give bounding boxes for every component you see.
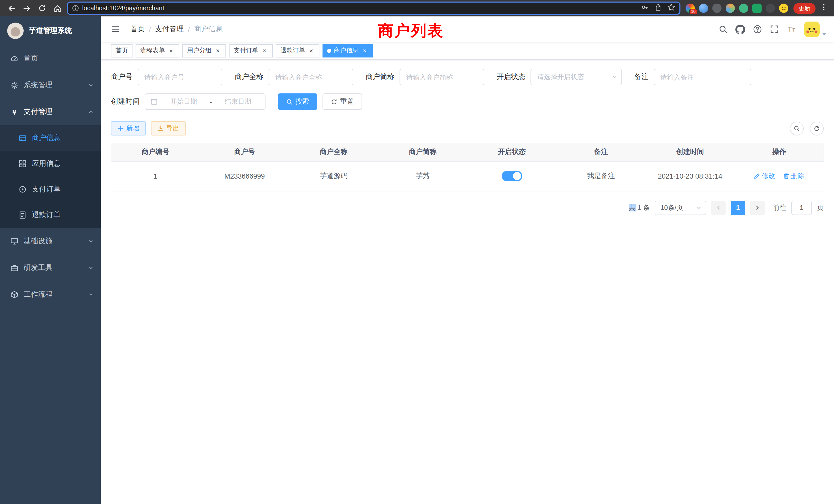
pagination-total: 共 1 条 — [629, 203, 650, 212]
reload-button[interactable] — [36, 2, 48, 14]
extension-icon-1[interactable]: 10 — [686, 4, 695, 13]
search-button[interactable]: 搜索 — [278, 93, 317, 110]
status-select[interactable]: 请选择开启状态 — [530, 69, 622, 85]
sidebar-item-workflow[interactable]: 工作流程 — [0, 281, 101, 308]
hamburger-icon[interactable] — [108, 25, 123, 34]
app-logo[interactable]: 芋道管理系统 — [0, 17, 101, 45]
close-icon[interactable]: × — [308, 47, 315, 54]
full-name-input[interactable] — [269, 69, 353, 85]
breadcrumb-separator: / — [188, 25, 190, 33]
cell-actions: 修改 删除 — [734, 161, 824, 191]
reset-button[interactable]: 重置 — [323, 93, 362, 110]
sidebar-item-label: 工作流程 — [24, 290, 88, 299]
status-label: 开启状态 — [497, 72, 525, 82]
status-toggle[interactable] — [502, 171, 522, 181]
url-text[interactable]: localhost:1024/pay/merchant — [82, 5, 638, 12]
extension-icon-6[interactable] — [752, 4, 762, 13]
merchant-table: 商户编号 商户号 商户全称 商户简称 开启状态 备注 创建时间 操作 1 — [111, 143, 824, 191]
navbar-actions: TT — [719, 22, 827, 37]
sidebar-item-infrastructure[interactable]: 基础设施 — [0, 228, 101, 255]
goto-page-input[interactable] — [791, 201, 812, 215]
page-size-select[interactable]: 10条/页 — [655, 201, 706, 215]
user-menu[interactable] — [804, 22, 827, 37]
create-time-range-input[interactable]: 开始日期 - 结束日期 — [145, 93, 265, 110]
extensions-area: 10 — [683, 4, 790, 13]
credit-card-icon — [19, 134, 27, 142]
page-size-value: 10条/页 — [660, 203, 683, 212]
extension-icon-2[interactable] — [699, 4, 708, 13]
extension-icon-3[interactable] — [712, 4, 722, 13]
extension-icon-5[interactable] — [739, 4, 748, 13]
close-icon[interactable]: × — [214, 47, 221, 54]
extension-icon-8[interactable] — [779, 4, 788, 13]
export-button[interactable]: 导出 — [151, 121, 186, 136]
chevron-down-icon — [612, 74, 617, 79]
tab-merchant-info[interactable]: 商户信息× — [323, 44, 373, 57]
short-name-input[interactable] — [399, 69, 484, 85]
breadcrumb-item-home[interactable]: 首页 — [130, 25, 145, 34]
search-form-row-2: 创建时间 开始日期 - 结束日期 搜索 — [111, 93, 824, 110]
logo-avatar — [7, 23, 24, 39]
add-button-label: 新增 — [126, 124, 139, 133]
breadcrumb-item-payment[interactable]: 支付管理 — [155, 25, 184, 34]
user-avatar — [804, 22, 820, 37]
sidebar-item-payment[interactable]: ¥ 支付管理 — [0, 98, 101, 125]
close-icon[interactable]: × — [168, 47, 175, 54]
extension-icon-4[interactable] — [726, 4, 735, 13]
tags-view: 首页 流程表单× 用户分组× 支付订单× 退款订单× 商户信息× — [101, 42, 834, 60]
app-title: 芋道管理系统 — [29, 26, 72, 36]
delete-link[interactable]: 删除 — [783, 171, 804, 181]
tab-user-group[interactable]: 用户分组× — [182, 44, 226, 57]
sidebar-menu: 首页 系统管理 ¥ 支付管理 — [0, 45, 101, 308]
sidebar-item-label: 研发工具 — [24, 263, 88, 273]
cell-create-time: 2021-10-23 08:31:14 — [645, 161, 734, 191]
remark-input[interactable] — [654, 69, 751, 85]
tab-label: 商户信息 — [334, 46, 358, 55]
sidebar-item-label: 系统管理 — [24, 81, 88, 90]
merchant-no-input[interactable] — [138, 69, 222, 85]
info-icon[interactable] — [72, 5, 79, 12]
grid-icon — [19, 160, 27, 168]
bookmark-star-icon[interactable] — [667, 3, 675, 13]
close-icon[interactable]: × — [361, 47, 368, 54]
help-icon[interactable] — [753, 25, 762, 34]
update-button[interactable]: 更新 — [793, 3, 815, 14]
fullscreen-icon[interactable] — [770, 25, 779, 34]
close-icon[interactable]: × — [261, 47, 268, 54]
add-button[interactable]: 新增 — [111, 121, 146, 136]
sidebar-item-pay-order[interactable]: 支付订单 — [0, 177, 101, 202]
home-button[interactable] — [51, 2, 64, 14]
edit-link[interactable]: 修改 — [754, 171, 775, 181]
font-size-icon[interactable]: TT — [787, 25, 796, 34]
sidebar-item-label: 支付订单 — [32, 185, 61, 194]
sidebar-item-app-info[interactable]: 应用信息 — [0, 151, 101, 177]
sidebar-item-system[interactable]: 系统管理 — [0, 72, 101, 98]
toggle-search-icon[interactable] — [790, 121, 804, 135]
prev-page-button[interactable] — [711, 201, 726, 215]
share-icon[interactable] — [654, 3, 662, 13]
tab-home[interactable]: 首页 — [111, 44, 132, 57]
tab-refund-order[interactable]: 退款订单× — [276, 44, 320, 57]
tab-process-form[interactable]: 流程表单× — [136, 44, 179, 57]
next-page-button[interactable] — [750, 201, 765, 215]
extension-badge: 10 — [689, 9, 697, 15]
page-number-1[interactable]: 1 — [731, 201, 745, 215]
password-key-icon[interactable] — [641, 3, 649, 13]
github-icon[interactable] — [736, 24, 745, 34]
tab-pay-order[interactable]: 支付订单× — [229, 44, 273, 57]
address-bar[interactable]: localhost:1024/pay/merchant — [67, 2, 680, 15]
cell-status — [467, 161, 556, 191]
sidebar-item-merchant-info[interactable]: 商户信息 — [0, 125, 101, 151]
back-button[interactable] — [5, 2, 18, 14]
sidebar-item-home[interactable]: 首页 — [0, 45, 101, 72]
browser-menu-icon[interactable] — [818, 3, 829, 13]
forward-button[interactable] — [21, 2, 33, 14]
chevron-down-icon — [696, 205, 702, 210]
extension-icon-7[interactable] — [766, 4, 775, 13]
search-icon[interactable] — [719, 25, 728, 34]
sidebar-item-label: 商户信息 — [32, 134, 61, 143]
refresh-icon[interactable] — [810, 121, 824, 135]
sidebar-item-dev-tools[interactable]: 研发工具 — [0, 255, 101, 281]
sidebar-item-refund-order[interactable]: 退款订单 — [0, 202, 101, 228]
cell-short-name: 芋艿 — [378, 161, 467, 191]
